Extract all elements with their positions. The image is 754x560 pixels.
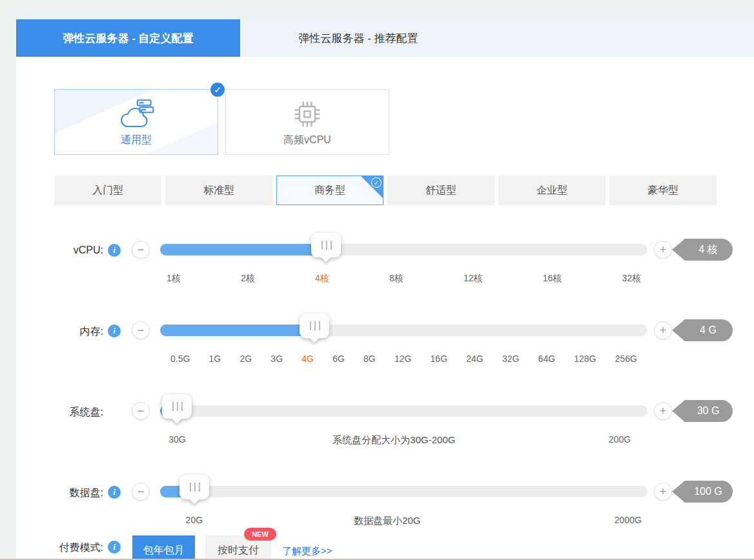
vcpu-tick-labels: 1核 2核 4核 8核 12核 16核 32核	[160, 273, 647, 285]
tier-button-entry[interactable]: 入门型	[54, 175, 161, 205]
vcpu-slider-row: vCPU: i − + 4 核 1核 2核 4核 8核 12核 16核 32核	[16, 230, 754, 311]
tick-label: 24G	[466, 354, 483, 364]
tick-label: 32核	[622, 273, 641, 285]
memory-slider-row: 内存: i − + 4 G 0.5G 1G 2G 3G 4G 6G 8G 12G…	[16, 311, 754, 392]
badge-arrow	[672, 400, 685, 422]
min-label: 30G	[168, 434, 185, 445]
config-panel: 弹性云服务器 - 自定义配置 弹性云服务器 - 推荐配置 通用型 ✓	[16, 19, 754, 560]
tab-bar: 弹性云服务器 - 自定义配置 弹性云服务器 - 推荐配置	[16, 19, 754, 57]
decrease-button[interactable]: −	[132, 483, 150, 501]
tick-label: 2核	[241, 273, 255, 285]
tick-label: 6G	[332, 354, 345, 364]
min-label: 20G	[186, 515, 203, 525]
slider-fill	[160, 325, 314, 336]
tick-label: 16G	[431, 354, 447, 364]
tick-label: 64G	[538, 354, 555, 364]
payment-mode-row: 付费模式: i 包年包月 按时支付 NEW 了解更多>>	[16, 526, 754, 560]
decrease-button[interactable]: −	[132, 241, 150, 259]
tick-label-selected: 4G	[301, 354, 314, 364]
info-icon[interactable]: i	[108, 325, 121, 337]
tier-button-label: 商务型	[314, 184, 345, 197]
badge-arrow	[672, 319, 685, 341]
max-label: 2000G	[615, 515, 642, 525]
family-card-label: 高频vCPU	[283, 134, 331, 147]
tick-label: 256G	[615, 354, 637, 364]
badge-value: 100 G	[684, 481, 733, 503]
tick-label: 8G	[363, 354, 376, 364]
decrease-button[interactable]: −	[132, 402, 150, 420]
memory-tick-labels: 0.5G 1G 2G 3G 4G 6G 8G 12G 16G 24G 32G 6…	[160, 354, 647, 364]
tier-button-enterprise[interactable]: 企业型	[498, 175, 606, 205]
tick-label: 1核	[167, 273, 181, 285]
tick-label: 12核	[464, 273, 483, 285]
family-card-label: 通用型	[121, 134, 152, 147]
vcpu-label: vCPU:	[16, 245, 103, 256]
cpu-chip-icon	[290, 97, 324, 131]
system-disk-label: 系统盘:	[16, 406, 103, 419]
badge-arrow	[672, 239, 685, 261]
badge-arrow	[672, 481, 685, 503]
hint-text: 系统盘分配大小为30G-200G	[332, 434, 455, 446]
slider-handle[interactable]	[179, 475, 209, 499]
tier-button-group: 入门型 标准型 商务型 ✓ 舒适型 企业型 豪华型	[54, 175, 717, 205]
info-icon[interactable]: i	[108, 486, 121, 499]
tick-label: 2G	[239, 354, 252, 364]
increase-button[interactable]: +	[654, 483, 672, 501]
increase-button[interactable]: +	[654, 321, 672, 339]
tier-button-business[interactable]: 商务型 ✓	[276, 175, 383, 205]
slider-track[interactable]	[160, 405, 647, 417]
tick-label: 3G	[270, 354, 283, 364]
tick-label: 16核	[543, 273, 562, 285]
cloud-server-icon	[117, 97, 155, 131]
tier-button-standard[interactable]: 标准型	[165, 175, 272, 205]
tick-label: 8核	[389, 273, 403, 285]
info-icon[interactable]: i	[108, 541, 121, 554]
tick-label: 128G	[574, 354, 596, 364]
info-icon[interactable]: i	[108, 244, 121, 257]
tick-label: 12G	[394, 354, 411, 364]
family-card-hf-vcpu[interactable]: 高频vCPU	[225, 89, 389, 155]
tier-button-luxury[interactable]: 豪华型	[609, 175, 717, 205]
tick-label: 1G	[209, 354, 221, 364]
new-badge: NEW	[244, 528, 276, 541]
max-label: 200G	[609, 434, 631, 445]
tab-custom-config[interactable]: 弹性云服务器 - 自定义配置	[16, 19, 240, 57]
learn-more-link[interactable]: 了解更多>>	[282, 545, 332, 557]
slider-handle[interactable]	[311, 233, 341, 257]
data-disk-label: 数据盘:	[16, 486, 103, 500]
slider-track[interactable]	[160, 325, 647, 336]
selected-check-icon: ✓	[371, 177, 382, 188]
memory-label: 内存:	[16, 325, 103, 339]
badge-value: 30 G	[684, 400, 733, 422]
decrease-button[interactable]: −	[132, 321, 150, 339]
system-disk-slider-row: 系统盘: − + 30 G 30G 系统盘分配大小为30G-200G 200G	[16, 392, 754, 472]
slider-track[interactable]	[160, 244, 647, 255]
tick-label-selected: 4核	[315, 273, 329, 285]
tick-label: 0.5G	[170, 354, 190, 364]
tick-label: 32G	[502, 354, 519, 364]
increase-button[interactable]: +	[654, 241, 672, 259]
slider-track[interactable]	[160, 486, 647, 497]
slider-handle[interactable]	[162, 394, 192, 419]
tab-recommended-config[interactable]: 弹性云服务器 - 推荐配置	[240, 19, 476, 57]
badge-value: 4 G	[684, 319, 733, 341]
increase-button[interactable]: +	[654, 402, 672, 420]
system-disk-marks: 30G 系统盘分配大小为30G-200G 200G	[160, 434, 647, 447]
payment-option-prepaid[interactable]: 包年包月	[132, 535, 195, 560]
badge-value: 4 核	[684, 239, 733, 261]
slider-handle[interactable]	[300, 314, 329, 338]
selected-check-icon: ✓	[209, 81, 226, 98]
slider-fill	[160, 244, 326, 255]
family-card-group: 通用型 ✓ 高频vCPU	[54, 89, 389, 155]
family-card-general[interactable]: 通用型 ✓	[54, 89, 218, 155]
payment-mode-label: 付费模式:	[16, 541, 103, 555]
tier-button-comfort[interactable]: 舒适型	[387, 175, 494, 205]
